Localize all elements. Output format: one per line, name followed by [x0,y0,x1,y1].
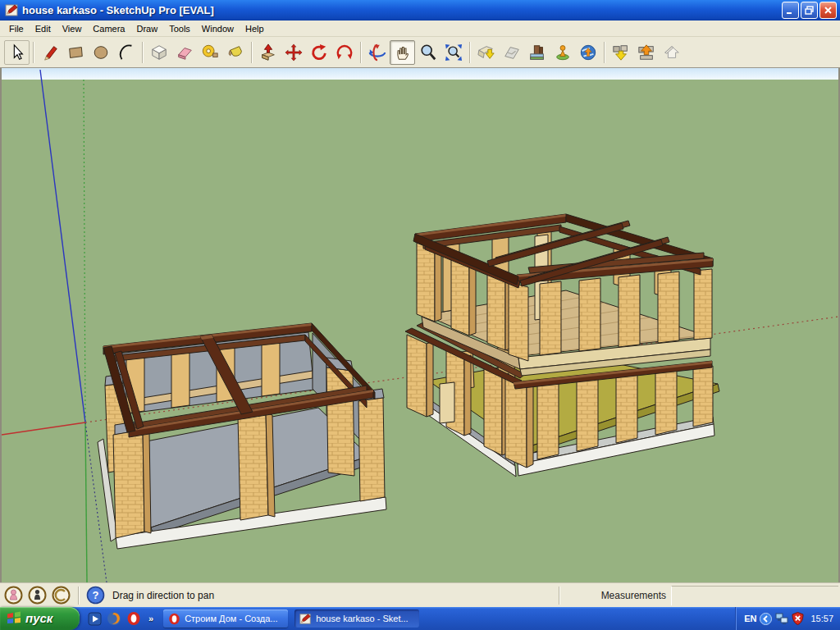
tray-collapse-chevron-icon[interactable] [760,613,772,625]
language-indicator[interactable]: EN [744,614,756,623]
line-tool-button[interactable] [37,40,62,65]
map-download-icon [477,43,495,62]
toolbar-separator [604,42,605,63]
opera-icon [168,613,180,625]
toolbar-separator [469,42,470,63]
rotate-tool-button[interactable] [306,40,331,65]
photo-building-icon [528,43,546,62]
firefox-quicklaunch-icon[interactable] [106,610,122,627]
start-button[interactable]: пуск [0,607,80,630]
menu-window[interactable]: Window [196,22,240,35]
help-icon[interactable]: ? [86,586,105,605]
eraser-icon [176,43,194,62]
pan-hand-icon [394,43,412,62]
offset-icon [336,43,354,62]
globe-icon [579,43,597,62]
preview-in-google-earth-button[interactable] [659,40,684,65]
arc-tool-button[interactable] [113,40,139,65]
status-separator [559,587,559,605]
window-title: house karkaso - SketchUp Pro [EVAL] [22,4,780,16]
select-arrow-icon [8,43,26,62]
share-model-icon [637,43,655,62]
status-badge-figure-dark[interactable] [28,586,47,605]
menu-edit[interactable]: Edit [30,22,57,35]
svg-text:?: ? [93,589,99,601]
toolbar-separator [360,42,361,63]
kmplayer-quicklaunch-icon[interactable] [86,610,103,627]
toolbar [0,38,840,68]
taskbar-button-label: house karkaso - Sket... [316,614,409,623]
status-separator [78,587,79,605]
taskbar-button-label: Строим Дом - Созда... [185,614,277,623]
push-pull-icon [259,43,277,62]
taskbar-button-stroim-dom[interactable]: Строим Дом - Созда... [163,609,288,628]
menu-help[interactable]: Help [240,22,270,35]
menu-file[interactable]: File [3,22,30,35]
network-tray-icon[interactable] [775,613,788,624]
start-label: пуск [25,611,52,625]
toolbar-separator [142,42,143,63]
google-earth-button[interactable] [575,40,600,65]
photo-textures-button[interactable] [524,40,550,65]
pencil-icon [41,43,59,62]
window-titlebar[interactable]: house karkaso - SketchUp Pro [EVAL] [0,0,840,21]
toolbar-separator [251,42,252,63]
menu-bar: File Edit View Camera Draw Tools Window … [0,21,840,37]
magnifier-icon [419,43,437,62]
move-tool-button[interactable] [281,40,306,65]
make-component-button[interactable] [146,40,171,65]
status-hint: Drag in direction to pan [112,590,214,601]
share-model-button[interactable] [633,40,659,65]
paint-bucket-tool-button[interactable] [222,40,248,65]
menu-camera[interactable]: Camera [87,22,130,35]
taskbar: пуск » [0,607,840,630]
tape-measure-tool-button[interactable] [197,40,222,65]
close-button[interactable] [819,2,837,19]
menu-tools[interactable]: Tools [163,22,196,35]
menu-draw[interactable]: Draw [130,22,163,35]
orbit-icon [368,43,386,62]
orbit-tool-button[interactable] [364,40,390,65]
status-bar: ? Drag in direction to pan Measurements [0,582,840,607]
taskbar-button-house-karkaso[interactable]: house karkaso - Sket... [294,609,419,628]
move-icon [285,43,303,62]
toggle-terrain-button[interactable] [499,40,524,65]
windows-flag-icon [7,610,21,625]
measurements-field[interactable] [671,586,838,605]
get-current-view-button[interactable] [473,40,499,65]
zoom-tool-button[interactable] [415,40,441,65]
sketchup-icon [299,613,312,625]
sky-band [2,68,838,80]
minimize-button[interactable] [782,2,799,19]
get-models-icon [612,43,630,62]
measurements-label: Measurements [564,590,671,601]
system-tray: EN 15:57 [735,607,840,630]
quick-launch-overflow-chevron[interactable]: » [145,614,157,623]
rectangle-tool-button[interactable] [62,40,88,65]
menu-view[interactable]: View [57,22,88,35]
location-pin-icon [554,43,572,62]
sketchup-app-icon [5,3,19,17]
terrain-icon [503,43,521,62]
add-location-button[interactable] [550,40,575,65]
model-left-frame[interactable] [98,323,386,549]
pan-tool-button[interactable] [390,40,415,65]
offset-tool-button[interactable] [331,40,357,65]
eraser-tool-button[interactable] [171,40,197,65]
circle-tool-button[interactable] [88,40,113,65]
restore-button[interactable] [801,2,818,19]
viewport-3d-scene[interactable] [2,68,838,582]
clock[interactable]: 15:57 [810,614,833,623]
push-pull-tool-button[interactable] [255,40,281,65]
opera-quicklaunch-icon[interactable] [126,610,142,627]
viewport-3d[interactable] [0,68,840,582]
status-badge-figure-pink[interactable] [4,586,23,605]
desktop: house karkaso - SketchUp Pro [EVAL] File… [0,0,840,630]
security-alert-tray-icon[interactable] [792,612,804,625]
status-badge-ring[interactable] [52,586,71,605]
component-box-icon [150,43,168,62]
zoom-extents-button[interactable] [441,40,466,65]
select-tool-button[interactable] [4,40,30,65]
rectangle-icon [66,43,84,62]
get-models-button[interactable] [608,40,633,65]
